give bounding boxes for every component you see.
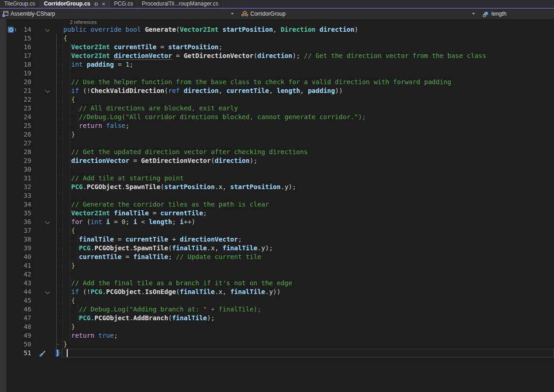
line-number: 45 xyxy=(0,296,32,305)
code-line[interactable]: 42 xyxy=(0,270,554,279)
code-line[interactable]: 28 // Get the updated direction vector a… xyxy=(0,148,554,156)
fold-margin xyxy=(32,270,56,279)
code-line[interactable]: 33 xyxy=(0,191,554,200)
code-text: for (int i = 0; i < length; i++) xyxy=(56,218,196,226)
collapse-chevron-icon[interactable] xyxy=(45,88,50,93)
line-number: 20 xyxy=(0,78,32,86)
code-line[interactable]: 16 Vector2Int currentTile = startPositio… xyxy=(0,43,554,52)
tab-corridorgroup-cs[interactable]: CorridorGroup.cs× xyxy=(40,0,110,8)
code-text: } xyxy=(56,323,75,331)
code-rows: 14 public override bool Generate(Vector2… xyxy=(0,25,554,357)
code-line[interactable]: 34 // Generate the corridor tiles as the… xyxy=(0,200,554,209)
code-line[interactable]: 43 // Add the final tile as a branch if … xyxy=(0,279,554,288)
line-number: 34 xyxy=(0,200,32,209)
code-line[interactable]: 15 { xyxy=(0,34,554,43)
line-number: 15 xyxy=(0,34,32,43)
code-line[interactable]: 46 // Debug.Log("Adding branch at: " + f… xyxy=(0,305,554,314)
code-line[interactable]: 45 { xyxy=(0,296,554,305)
code-line[interactable]: 17 Vector2Int directionVector = GetDirec… xyxy=(0,52,554,60)
tab-tilegroup-cs[interactable]: TileGroup.cs xyxy=(0,0,40,8)
line-number: 44 xyxy=(0,288,32,296)
code-line[interactable]: 40 currentTile = finalTile; // Update cu… xyxy=(0,253,554,261)
line-number: 40 xyxy=(0,253,32,261)
code-line[interactable]: 39 PCG.PCGObject.SpawnTile(finalTile.x, … xyxy=(0,244,554,253)
code-line[interactable]: 44 if (!PCG.PCGObject.IsOnEdge(finalTile… xyxy=(0,288,554,296)
line-number: 18 xyxy=(0,60,32,69)
code-text: Vector2Int directionVector = GetDirectio… xyxy=(56,52,486,60)
fold-margin xyxy=(32,113,56,121)
line-number: 31 xyxy=(0,174,32,183)
code-line[interactable]: 49 return true; xyxy=(0,331,554,340)
chevron-down-icon xyxy=(472,13,475,15)
pin-icon[interactable] xyxy=(93,1,99,7)
code-text: directionVector = GetDirectionVector(dir… xyxy=(56,156,257,165)
fold-margin xyxy=(32,86,56,95)
code-text: // Add the final tile as a branch if it'… xyxy=(56,279,292,288)
code-line[interactable]: 30 xyxy=(0,165,554,174)
code-text: PCG.PCGObject.AddBranch(finalTile); xyxy=(56,314,215,323)
type-dropdown[interactable]: CorridorGroup xyxy=(239,9,480,19)
line-number: 42 xyxy=(0,270,32,279)
code-line[interactable]: 29 directionVector = GetDirectionVector(… xyxy=(0,156,554,165)
code-editor[interactable]: 2 references 14 public override bool Gen… xyxy=(0,19,554,392)
code-text: { xyxy=(56,34,67,43)
tab-label: TileGroup.cs xyxy=(4,0,35,8)
code-line[interactable]: 38 finalTile = currentTile + directionVe… xyxy=(0,235,554,244)
code-line[interactable]: 50 } xyxy=(0,340,554,349)
fold-margin xyxy=(32,148,56,156)
code-text: public override bool Generate(Vector2Int… xyxy=(56,25,358,34)
line-number: 28 xyxy=(0,148,32,156)
collapse-chevron-icon[interactable] xyxy=(45,289,50,294)
code-line[interactable]: 41 } xyxy=(0,261,554,270)
code-line[interactable]: 21 if (!CheckValidDirection(ref directio… xyxy=(0,86,554,95)
code-line[interactable]: 26 } xyxy=(0,130,554,139)
collapse-chevron-icon[interactable] xyxy=(45,27,50,32)
code-text: currentTile = finalTile; // Update curre… xyxy=(56,253,261,261)
code-text: PCG.PCGObject.SpawnTile(startPosition.x,… xyxy=(56,183,296,191)
code-line[interactable]: 19 xyxy=(0,69,554,78)
tab-proceduraltil-roupmanager-cs[interactable]: ProceduralTil...roupManager.cs xyxy=(138,0,223,8)
code-line[interactable]: 20 // Use the helper function from the b… xyxy=(0,78,554,86)
fold-margin xyxy=(32,25,56,34)
codelens-references[interactable]: 2 references xyxy=(0,19,554,25)
line-number: 41 xyxy=(0,261,32,270)
line-number: 33 xyxy=(0,191,32,200)
code-line[interactable]: 31 // Add tile at starting point xyxy=(0,174,554,183)
code-line[interactable]: 32 PCG.PCGObject.SpawnTile(startPosition… xyxy=(0,183,554,191)
code-line[interactable]: 14 public override bool Generate(Vector2… xyxy=(0,25,554,34)
line-number: 49 xyxy=(0,331,32,340)
fold-margin xyxy=(32,235,56,244)
collapse-chevron-icon[interactable] xyxy=(45,219,50,224)
text-cursor xyxy=(67,349,68,357)
code-line[interactable]: 51} xyxy=(0,349,554,357)
fold-margin xyxy=(32,323,56,331)
code-line[interactable]: 18 int padding = 1; xyxy=(0,60,554,69)
code-line[interactable]: 22 { xyxy=(0,95,554,104)
code-line[interactable]: 36 for (int i = 0; i < length; i++) xyxy=(0,218,554,226)
fold-margin xyxy=(32,60,56,69)
fold-margin xyxy=(32,288,56,296)
line-number: 30 xyxy=(0,165,32,174)
line-number: 24 xyxy=(0,113,32,121)
close-icon[interactable]: × xyxy=(102,1,105,7)
code-line[interactable]: 48 } xyxy=(0,323,554,331)
code-line[interactable]: 23 // All directions are blocked, exit e… xyxy=(0,104,554,113)
fold-margin xyxy=(32,52,56,60)
line-number: 47 xyxy=(0,314,32,323)
code-text: // Generate the corridor tiles as the pa… xyxy=(56,200,269,209)
code-line[interactable]: 24 //Debug.Log("All corridor directions … xyxy=(0,113,554,121)
code-line[interactable]: 27 xyxy=(0,139,554,148)
line-number: 25 xyxy=(0,121,32,130)
line-number: 43 xyxy=(0,279,32,288)
outline-end-corner xyxy=(56,344,59,345)
tab-label: ProceduralTil...roupManager.cs xyxy=(142,0,218,8)
project-dropdown[interactable]: Assembly-CSharp xyxy=(0,9,239,19)
tab-pcg-cs[interactable]: PCG.cs xyxy=(110,0,138,8)
quick-actions-screwdriver-icon[interactable] xyxy=(39,350,46,359)
member-dropdown[interactable]: length xyxy=(480,9,554,19)
fold-margin xyxy=(32,69,56,78)
code-line[interactable]: 25 return false; xyxy=(0,121,554,130)
code-line[interactable]: 35 Vector2Int finalTile = currentTile; xyxy=(0,209,554,218)
code-line[interactable]: 47 PCG.PCGObject.AddBranch(finalTile); xyxy=(0,314,554,323)
code-line[interactable]: 37 { xyxy=(0,226,554,235)
